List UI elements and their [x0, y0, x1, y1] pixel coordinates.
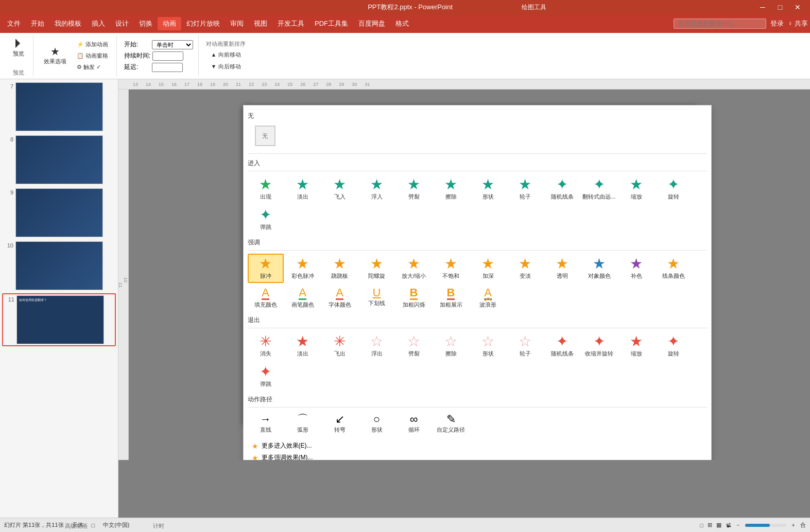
enter-float[interactable]: ★浮入 [359, 174, 395, 204]
exit-fade[interactable]: ★淡出 [285, 331, 321, 361]
exit-fly[interactable]: ✳飞出 [322, 331, 358, 361]
exit-shrink[interactable]: ✦收缩并旋转 [581, 331, 617, 361]
note-edit-icon[interactable]: □ [92, 522, 95, 528]
emph-bold-reveal[interactable]: B加粗展示 [433, 284, 469, 312]
enter-bounce[interactable]: ✦弹跳 [248, 205, 284, 234]
animation-window-button[interactable]: 📋 动画窗格 [74, 51, 111, 61]
enter-split[interactable]: ★劈裂 [396, 174, 432, 204]
menu-format[interactable]: 格式 [390, 17, 414, 30]
view-normal[interactable]: □ [700, 522, 703, 528]
exit-shape[interactable]: ☆形状 [470, 331, 506, 361]
add-animation-button[interactable]: ⚡ 添加动画 [74, 40, 111, 49]
share-button[interactable]: ♀ 共享 [788, 19, 808, 28]
slide-thumb-7[interactable]: 7 [2, 81, 116, 132]
emph-bold-flash[interactable]: B加粗闪烁 [396, 284, 432, 312]
menu-home[interactable]: 开始 [26, 17, 49, 30]
emph-color-pulse[interactable]: ★彩色脉冲 [285, 254, 321, 283]
move-backward-button[interactable]: ▼ 向后移动 [208, 62, 244, 72]
path-shape[interactable]: ○ 形状 [359, 411, 395, 437]
emph-line-color[interactable]: ★线条颜色 [656, 254, 692, 283]
emph-spin[interactable]: ★陀螺旋 [359, 254, 395, 283]
exit-rotate[interactable]: ✦旋转 [656, 331, 692, 361]
exit-wipe[interactable]: ☆擦除 [433, 331, 469, 361]
menu-slideshow[interactable]: 幻灯片放映 [181, 17, 225, 30]
emph-darken[interactable]: ★加深 [470, 254, 506, 283]
enter-wheel[interactable]: ★轮子 [507, 174, 543, 204]
none-item[interactable]: 无 [248, 122, 283, 150]
menu-file[interactable]: 文件 [2, 17, 26, 30]
emph-wave[interactable]: A波浪形 [470, 284, 506, 312]
start-select[interactable]: 单击时 [152, 40, 193, 49]
preview-button[interactable]: ⏵ 预览 [9, 35, 28, 59]
duration-input[interactable] [152, 51, 183, 61]
search-input[interactable] [674, 19, 766, 29]
menu-pdf[interactable]: PDF工具集 [309, 17, 353, 30]
zoom-slider[interactable] [745, 524, 786, 527]
emph-fill-color[interactable]: A填充颜色 [248, 284, 284, 312]
exit-disappear[interactable]: ✳消失 [248, 331, 284, 361]
emph-font-color[interactable]: A字体颜色 [322, 284, 358, 312]
enter-fly[interactable]: ★飞入 [322, 174, 358, 204]
enter-random[interactable]: ✦随机线条 [544, 174, 580, 204]
move-forward-button[interactable]: ▲ 向前移动 [208, 50, 244, 60]
zoom-in[interactable]: ＋ [790, 521, 796, 529]
enter-zoom[interactable]: ★缩放 [618, 174, 654, 204]
view-reading[interactable]: ▦ [716, 522, 721, 528]
minimize-button[interactable]: ─ [754, 2, 771, 13]
menu-transition[interactable]: 切换 [134, 17, 158, 30]
menu-template[interactable]: 我的模板 [49, 17, 87, 30]
emph-obj-color[interactable]: ★对象颜色 [581, 254, 617, 283]
close-button[interactable]: ✕ [789, 2, 806, 13]
menu-animation[interactable]: 动画 [158, 17, 181, 30]
exit-bounce[interactable]: ✦弹跳 [248, 362, 284, 391]
delay-input[interactable] [152, 63, 183, 72]
menu-design[interactable]: 设计 [110, 17, 134, 30]
menu-view[interactable]: 视图 [249, 17, 272, 30]
emph-lighten[interactable]: ★变淡 [507, 254, 543, 283]
emph-grow[interactable]: ★放大/缩小 [396, 254, 432, 283]
view-outline[interactable]: ⊞ [708, 522, 712, 528]
path-loop[interactable]: ∞ 循环 [396, 411, 432, 437]
emph-desaturate[interactable]: ★不饱和 [433, 254, 469, 283]
view-slideshow[interactable]: 📽 [726, 522, 731, 528]
bold-flash-label: 加粗闪烁 [403, 301, 425, 309]
enter-wipe[interactable]: ★擦除 [433, 174, 469, 204]
menu-developer[interactable]: 开发工具 [272, 17, 309, 30]
emph-transparent[interactable]: ★透明 [544, 254, 580, 283]
enter-rotate[interactable]: ✦旋转 [656, 174, 692, 204]
path-custom[interactable]: ✎ 自定义路径 [433, 411, 469, 437]
slide-thumb-9[interactable]: 9 [2, 187, 116, 238]
restore-button[interactable]: □ [772, 2, 788, 13]
path-turn[interactable]: ↙ 转弯 [322, 411, 358, 437]
more-emph-effects[interactable]: ★ 更多强调效果(M)... [250, 452, 705, 460]
exit-float[interactable]: ☆浮出 [359, 331, 395, 361]
enter-shape[interactable]: ★形状 [470, 174, 506, 204]
more-enter-effects[interactable]: ★ 更多进入效果(E)... [250, 440, 705, 452]
emph-brush-color[interactable]: A画笔颜色 [285, 284, 321, 312]
animation-group: ★ 效果选项 ⚡ 添加动画 📋 动画窗格 ⚙ 触发 ✓ 高级动画 [36, 35, 117, 77]
effect-options-button[interactable]: ★ 效果选项 [41, 45, 70, 67]
menu-review[interactable]: 审阅 [225, 17, 249, 30]
path-arc[interactable]: ⌒ 弧形 [285, 411, 321, 437]
exit-random[interactable]: ✦随机线条 [544, 331, 580, 361]
zoom-fit[interactable]: 合 [800, 521, 806, 529]
emph-pulse[interactable]: ★脉冲 [248, 254, 284, 283]
enter-fade[interactable]: ★淡出 [285, 174, 321, 204]
slide-thumb-8[interactable]: 8 [2, 134, 116, 185]
enter-appear[interactable]: ★出现 [248, 174, 284, 204]
emph-underline[interactable]: U下划线 [359, 284, 395, 312]
exit-zoom[interactable]: ★缩放 [618, 331, 654, 361]
emph-comp-color[interactable]: ★补色 [618, 254, 654, 283]
exit-wheel[interactable]: ☆轮子 [507, 331, 543, 361]
menu-insert[interactable]: 插入 [87, 17, 110, 30]
slide-thumb-11[interactable]: 11 如何使用机器翻译？ [2, 293, 116, 346]
trigger-button[interactable]: ⚙ 触发 ✓ [74, 62, 111, 72]
exit-split[interactable]: ☆劈裂 [396, 331, 432, 361]
zoom-out[interactable]: － [735, 521, 741, 529]
login-link[interactable]: 登录 [770, 19, 784, 28]
menu-baidu[interactable]: 百度网盘 [353, 17, 390, 30]
path-line[interactable]: → 直线 [248, 411, 284, 437]
slide-thumb-10[interactable]: 10 [2, 240, 116, 291]
enter-flip[interactable]: ✦翻转式由远... [581, 174, 617, 204]
emph-teeter[interactable]: ★跷跷板 [322, 254, 358, 283]
